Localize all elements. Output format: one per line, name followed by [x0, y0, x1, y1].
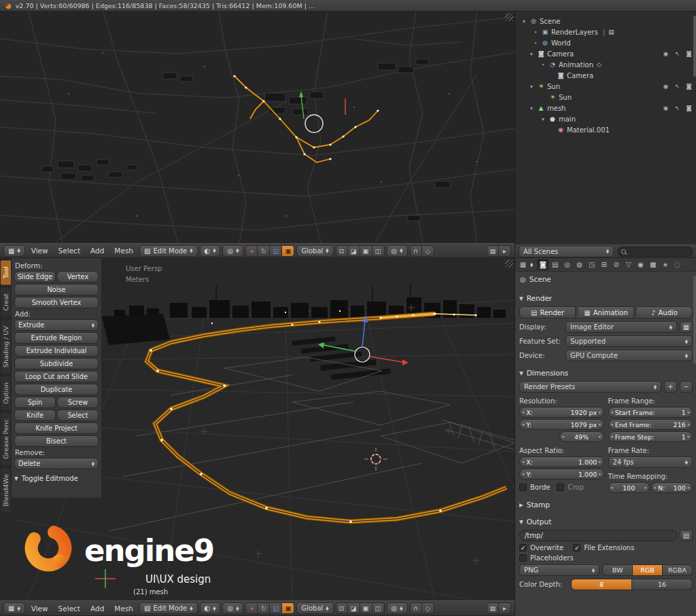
visibility-eye-icon[interactable]: ◉	[661, 105, 670, 111]
start-frame-field[interactable]: Start Frame: 1	[608, 407, 693, 418]
knife-project-button[interactable]: Knife Project	[14, 422, 99, 434]
manipulator-rotate-button[interactable]: ↻	[258, 602, 270, 614]
menu-view[interactable]: View	[27, 246, 52, 255]
stamp-panel-header[interactable]: Stamp	[515, 499, 696, 510]
outliner-row-world[interactable]: • ◍ World	[515, 37, 696, 48]
renderability-camera-icon[interactable]: ◙	[684, 105, 693, 111]
placeholders-checkbox[interactable]: Placeholders	[519, 554, 574, 562]
tab-constraints[interactable]: ⊞	[598, 259, 610, 270]
subdivide-button[interactable]: Subdivide	[14, 358, 99, 369]
tab-data[interactable]: ▽	[623, 259, 634, 270]
tab-object[interactable]: ◳	[586, 259, 597, 270]
menu-mesh[interactable]: Mesh	[110, 604, 137, 613]
frame-step-field[interactable]: Frame Step: 1	[608, 431, 693, 442]
manipulator-translate-button[interactable]: +	[245, 602, 258, 614]
loop-cut-button[interactable]: Loop Cut and Slide	[14, 371, 99, 382]
manipulator-scale-button[interactable]: ◱	[270, 602, 282, 614]
outliner-search-input[interactable]	[617, 247, 693, 257]
info-header[interactable]: ◕ v2.70 | Verts:60/60986 | Edges:116/858…	[0, 0, 696, 12]
extrude-region-button[interactable]: Extrude Region	[14, 332, 99, 344]
orientation-dropdown[interactable]: Global	[296, 602, 333, 614]
toggle-editmode-panel-header[interactable]: Toggle Editmode	[14, 475, 99, 482]
outliner-row-mesh[interactable]: ▾ ▲ mesh ◉ ↖ ◙	[515, 103, 696, 113]
outliner-row-scene[interactable]: ▾ ◎ Scene	[515, 16, 696, 26]
shelf-tab-tool[interactable]: Tool	[0, 259, 12, 285]
render-presets-dropdown[interactable]: Render Presets	[519, 381, 661, 393]
shelf-tab-shading-uv[interactable]: Shading / UV	[0, 319, 12, 374]
extrude-menu-button[interactable]: Extrude	[14, 319, 99, 331]
knife-select-button[interactable]: Select	[57, 410, 99, 421]
vertex-slide-button[interactable]: Vertex	[57, 271, 99, 283]
rgba-button[interactable]: RGBA	[663, 564, 693, 576]
smooth-vertex-button[interactable]: Smooth Vertex	[14, 297, 99, 308]
occlude-toggle-button[interactable]: ◫	[372, 602, 385, 614]
aspect-x-field[interactable]: X: 1.000	[519, 456, 604, 467]
tab-scene[interactable]: ◎	[561, 259, 573, 270]
expand-toggle-icon[interactable]: •	[532, 40, 539, 46]
menu-select[interactable]: Select	[54, 246, 84, 255]
render-button[interactable]: ▤ Render	[519, 306, 576, 319]
tab-modifiers[interactable]: ⊘	[610, 259, 622, 270]
tab-render[interactable]: ◙	[537, 259, 549, 270]
expand-toggle-icon[interactable]: ▾	[540, 116, 546, 122]
add-preset-button[interactable]: +	[664, 381, 677, 393]
snap-target-button[interactable]: ◇	[422, 245, 434, 257]
selectability-arrow-icon[interactable]: ↖	[673, 105, 682, 111]
outliner-row-material[interactable]: ◉ Material.001	[515, 124, 696, 135]
renderability-camera-icon[interactable]: ◙	[684, 50, 693, 57]
crop-checkbox[interactable]: Crop	[557, 484, 583, 491]
border-checkbox[interactable]: Borde	[519, 484, 550, 491]
end-frame-field[interactable]: End Frame: 216	[608, 419, 693, 430]
vertex-select-button[interactable]: ⊡	[336, 245, 348, 257]
edge-select-button[interactable]: ◪	[348, 245, 360, 257]
occlude-toggle-button[interactable]: ◫	[372, 245, 385, 257]
visibility-eye-icon[interactable]: ◉	[661, 50, 670, 57]
mode-dropdown[interactable]: ▧ Edit Mode	[139, 245, 197, 257]
menu-select[interactable]: Select	[54, 604, 84, 613]
screw-button[interactable]: Screw	[57, 397, 99, 408]
manipulator-translate-button[interactable]: +	[245, 245, 258, 257]
vertex-select-button[interactable]: ⊡	[336, 602, 348, 614]
menu-mesh[interactable]: Mesh	[110, 246, 137, 255]
edge-select-button[interactable]: ◪	[348, 602, 360, 614]
properties-scrollbar[interactable]	[693, 276, 696, 364]
expand-toggle-icon[interactable]: ▾	[521, 18, 527, 24]
slide-edge-button[interactable]: Slide Edge	[14, 271, 56, 283]
shelf-tab-blend4web[interactable]: Blend4We	[0, 467, 12, 513]
output-path-field[interactable]: /tmp/	[519, 530, 677, 541]
extrude-individual-button[interactable]: Extrude Individual	[14, 345, 99, 357]
expand-toggle-icon[interactable]: •	[540, 62, 546, 68]
manipulator-rotate-button[interactable]: ↻	[258, 245, 270, 257]
shading-dropdown[interactable]: ◐	[200, 245, 221, 257]
remove-preset-button[interactable]: −	[680, 381, 693, 393]
selectability-arrow-icon[interactable]: ↖	[673, 50, 682, 57]
shading-dropdown[interactable]: ◐	[200, 602, 221, 614]
pivot-dropdown[interactable]: ◎	[222, 602, 243, 614]
outliner-row-sun[interactable]: ▾ ☀ Sun ◉ ↖ ◙	[515, 81, 696, 92]
menu-add[interactable]: Add	[86, 604, 108, 613]
resolution-y-field[interactable]: Y: 1079 px	[519, 419, 604, 430]
remap-new-field[interactable]: N: 100	[651, 482, 693, 493]
visibility-eye-icon[interactable]: ◉	[661, 83, 670, 90]
spin-button[interactable]: Spin	[14, 397, 56, 408]
outliner-row-camera[interactable]: ▾ ◙ Camera ◉ ↖ ◙	[515, 48, 696, 59]
pivot-dropdown[interactable]: ◎	[222, 245, 243, 257]
scene-filter-dropdown[interactable]: All Scenes	[519, 246, 614, 257]
outliner-row-main[interactable]: ▾ ● main	[515, 113, 696, 124]
face-select-button[interactable]: ▣	[360, 602, 372, 614]
snap-magnet-button[interactable]: ∩	[410, 245, 422, 257]
outliner-row-animation[interactable]: • ◔ Animation ◇	[515, 59, 696, 70]
audio-button[interactable]: ♪ Audio	[637, 306, 693, 319]
proportional-edit-dropdown[interactable]: ◎	[387, 602, 408, 614]
feature-set-dropdown[interactable]: Supported	[566, 336, 693, 347]
render-panel-header[interactable]: Render	[515, 293, 696, 304]
depth-16-button[interactable]: 16	[632, 579, 693, 590]
shelf-tab-create[interactable]: Creat	[0, 287, 12, 318]
manipulator-scale-button[interactable]: ◱	[270, 245, 282, 257]
frame-rate-dropdown[interactable]: 24 fps	[608, 456, 693, 468]
knife-button[interactable]: Knife	[14, 410, 56, 421]
editor-type-dropdown[interactable]: ▦	[3, 245, 25, 257]
proportional-edit-dropdown[interactable]: ◎	[387, 245, 408, 257]
editor-type-dropdown[interactable]: ▦	[3, 602, 25, 614]
expand-toggle-icon[interactable]: ▾	[528, 84, 535, 90]
